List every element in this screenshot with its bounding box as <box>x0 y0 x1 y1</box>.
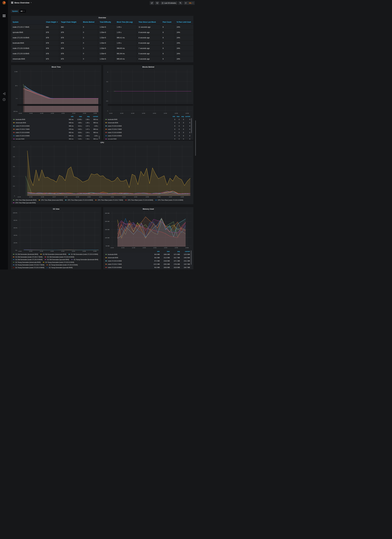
legend-item[interactable]: CPU Time IRate [bootnode:9545] <box>13 199 37 201</box>
column-header[interactable]: % Peer Limit Used <box>175 20 194 24</box>
time-range-picker[interactable]: Last 15 minutes <box>160 1 177 5</box>
series-name[interactable]: node:172.20.0.6:9545 <box>108 260 150 262</box>
series-color-chip[interactable] <box>105 139 107 139</box>
sign-in-icon[interactable] <box>3 92 5 95</box>
dashboard-title[interactable]: Besu Overview <box>14 1 29 4</box>
help-icon[interactable]: ? <box>3 98 5 101</box>
panel-title[interactable]: Overview <box>11 17 193 19</box>
series-color-chip[interactable] <box>105 264 107 265</box>
legend-item[interactable]: CPU Time IRate [rpcnode:9545] <box>13 202 36 204</box>
legend-column-header[interactable]: max <box>73 116 82 117</box>
block-time-chart[interactable] <box>18 70 100 112</box>
series-color-chip[interactable] <box>105 135 107 136</box>
legend-column-header[interactable]: max <box>175 116 180 117</box>
series-name[interactable]: minernode:9545 <box>108 122 171 124</box>
filter-value-dropdown[interactable]: All <box>19 10 26 13</box>
zoom-out-button[interactable] <box>178 1 183 5</box>
legend-item[interactable]: CPU Time IRate [node:172.20.0.6:9545] <box>65 199 93 201</box>
legend-item[interactable]: G1 Old Generation [node:172.20.0.7:9545] <box>13 256 43 258</box>
series-name[interactable]: node:172.20.0.9:9545 <box>108 135 171 137</box>
series-name[interactable]: node:172.20.0.6:9545 <box>108 125 171 127</box>
page-scrollbar[interactable] <box>195 120 196 156</box>
dashboard-title-group[interactable]: Besu Overview <box>11 1 32 4</box>
series-name[interactable]: bootnode:9545 <box>108 254 150 255</box>
series-color-chip[interactable] <box>13 139 15 139</box>
series-color-chip[interactable] <box>105 261 107 261</box>
panel-title[interactable]: Block Time <box>11 66 101 68</box>
series-name[interactable]: node:172.20.0.7:9545 <box>16 128 65 130</box>
tv-mode-button[interactable] <box>155 1 159 5</box>
series-name[interactable]: node:172.20.0.9:9545 <box>16 135 65 137</box>
column-header[interactable]: Target Chain Height <box>59 20 81 24</box>
series-name[interactable]: node:172.20.0.6:9545 <box>16 125 65 127</box>
series-name[interactable]: rpcnode:9545 <box>16 138 65 140</box>
legend-item[interactable]: G1 Old Generation [node:172.20.0.6:9545] <box>68 253 98 255</box>
series-color-chip[interactable] <box>13 126 15 126</box>
column-header[interactable]: Blocks Behind <box>81 20 98 24</box>
legend-column-header[interactable]: current <box>184 116 190 117</box>
series-name[interactable]: node:172.20.0.8:9545 <box>108 267 150 268</box>
series-color-chip[interactable] <box>13 132 15 133</box>
series-name[interactable]: minernode:9545 <box>108 257 150 259</box>
legend-column-header[interactable]: current <box>180 250 190 252</box>
series-color-chip[interactable] <box>13 119 15 120</box>
legend-item[interactable]: CPU Time IRate [node:172.20.0.8:9545] <box>125 199 153 201</box>
series-name[interactable]: bootnode:9545 <box>16 119 65 120</box>
legend-column-header[interactable]: min <box>150 250 160 252</box>
legend-column-header[interactable]: current <box>90 116 98 117</box>
legend-scrollbar[interactable] <box>191 250 191 265</box>
legend-item[interactable]: CPU Time IRate [minernode:9545] <box>39 199 63 201</box>
panel-title[interactable]: Blocks Behind <box>103 66 193 68</box>
column-header[interactable]: System <box>11 20 44 24</box>
column-header[interactable]: Peer Count <box>161 20 175 24</box>
legend-item[interactable]: G1 Old Generation [node:172.20.0.8:9545] <box>45 256 74 258</box>
grafana-logo-icon[interactable] <box>2 1 6 5</box>
series-name[interactable]: minernode:9545 <box>16 122 65 124</box>
legend-item[interactable]: G1 Young Generation [bootnode:9545] <box>71 259 98 260</box>
series-color-chip[interactable] <box>13 129 15 130</box>
legend-scrollbar[interactable] <box>191 118 192 133</box>
legend-item[interactable]: G1 Old Generation [minernode:9545] <box>40 253 66 255</box>
cpu-chart[interactable] <box>16 145 192 196</box>
legend-item[interactable]: G1 Young Generation [node:172.20.0.9:954… <box>13 267 44 268</box>
legend-column-header[interactable]: min <box>171 116 175 117</box>
legend-column-header[interactable]: min <box>65 116 73 117</box>
series-color-chip[interactable] <box>105 122 107 123</box>
legend-column-header[interactable]: avg <box>82 116 90 117</box>
legend-item[interactable]: CPU Time IRate [node:172.20.0.7:9545] <box>95 199 123 201</box>
series-color-chip[interactable] <box>105 132 107 133</box>
legend-scrollbar[interactable] <box>99 136 100 139</box>
column-header[interactable]: Total Difficulty <box>98 20 115 24</box>
series-color-chip[interactable] <box>105 119 107 120</box>
panel-title[interactable]: Memory Used <box>103 208 193 210</box>
legend-item[interactable]: G1 Old Generation [rpcnode:9545] <box>45 259 69 260</box>
series-name[interactable]: node:172.20.0.7:9545 <box>108 263 150 265</box>
series-color-chip[interactable] <box>105 126 107 126</box>
series-name[interactable]: bootnode:9545 <box>108 119 171 120</box>
legend-item[interactable]: CPU Time IRate [node:172.20.0.9:9545] <box>155 199 183 201</box>
legend-item[interactable]: G1 Young Generation [rpcnode:9545] <box>46 267 72 268</box>
series-color-chip[interactable] <box>105 267 107 268</box>
panel-title[interactable]: CPU <box>11 142 193 144</box>
legend-item[interactable]: G1 Young Generation [node:172.20.0.6:954… <box>43 261 74 263</box>
series-color-chip[interactable] <box>13 122 15 123</box>
series-color-chip[interactable] <box>105 129 107 130</box>
series-color-chip[interactable] <box>105 254 107 255</box>
legend-column-header[interactable]: max <box>160 250 170 252</box>
column-header[interactable]: Block Time (5m avg) <box>115 20 137 24</box>
series-name[interactable]: node:172.20.0.7:9545 <box>108 128 171 130</box>
series-color-chip[interactable] <box>13 135 15 136</box>
column-header[interactable]: Time Since Last Block <box>137 20 161 24</box>
series-name[interactable]: rpcnode:9545 <box>108 138 171 140</box>
series-name[interactable]: node:172.20.0.8:9545 <box>16 132 65 133</box>
refresh-picker[interactable]: 10s <box>184 1 195 5</box>
memory-chart[interactable] <box>110 211 192 247</box>
gc-chart[interactable] <box>18 211 100 250</box>
legend-item[interactable]: G1 Old Generation [node:172.20.0.9:9545] <box>13 259 43 260</box>
dashboards-icon[interactable] <box>3 14 5 17</box>
blocks-behind-chart[interactable] <box>109 70 192 112</box>
series-color-chip[interactable] <box>105 257 107 258</box>
share-button[interactable] <box>150 1 154 5</box>
series-name[interactable]: node:172.20.0.8:9545 <box>108 132 171 133</box>
legend-item[interactable]: G1 Young Generation [minernode:9545] <box>13 261 41 263</box>
